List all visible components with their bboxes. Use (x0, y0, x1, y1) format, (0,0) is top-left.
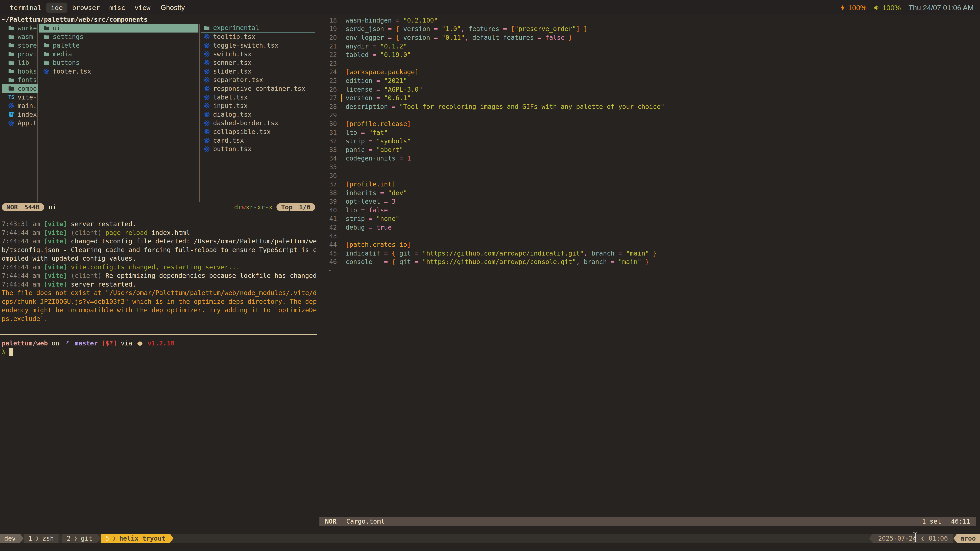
dir-item-ui[interactable]: ui (39, 24, 199, 33)
tmux-window-helix-tryout[interactable]: 5❯helix tryout (100, 534, 170, 543)
shell-input-line[interactable]: λ (2, 348, 13, 356)
code-line-28[interactable]: 28description = "Tool for recoloring ima… (319, 102, 664, 111)
file-item-slider.tsx[interactable]: slider.tsx (201, 67, 315, 76)
code-line-32[interactable]: 32strip = "symbols" (319, 137, 664, 145)
code-line-23[interactable]: 23 (319, 59, 664, 68)
file-item-switch.tsx[interactable]: switch.tsx (201, 50, 315, 59)
shell-prompt[interactable]: palettum/web on master [$?] via v1.2.18 (2, 339, 175, 348)
code-line-43[interactable]: 43 (319, 232, 664, 240)
item-label: settings (53, 33, 84, 40)
line-number: 31 (319, 129, 337, 136)
dir-item-lib[interactable]: lib (2, 58, 38, 67)
file-item-vite-[interactable]: TSvite- (2, 93, 38, 102)
dir-item-palette[interactable]: palette (39, 41, 199, 50)
file-item-index[interactable]: 3index (2, 110, 38, 119)
folder-icon (8, 25, 14, 31)
folder-icon (43, 25, 49, 31)
react-icon (43, 68, 49, 75)
code-line-46[interactable]: 46console = { git = "https://github.com/… (319, 258, 664, 266)
dir-item-provi[interactable]: provi (2, 50, 38, 59)
battery-indicator[interactable]: 100% (839, 4, 867, 12)
file-item-button.tsx[interactable]: button.tsx (201, 144, 315, 153)
code-line-35[interactable]: 35 (319, 163, 664, 171)
file-item-input.tsx[interactable]: input.tsx (201, 102, 315, 110)
file-item-card.tsx[interactable]: card.tsx (201, 136, 315, 145)
file-item-separator.tsx[interactable]: separator.tsx (201, 76, 315, 84)
terminal-cursor (9, 348, 13, 356)
dir-item-hooks[interactable]: hooks (2, 67, 38, 76)
file-item-toggle-switch.tsx[interactable]: toggle-switch.tsx (201, 41, 315, 50)
dir-item-wasm[interactable]: wasm (2, 33, 38, 41)
code-line-25[interactable]: 25edition = "2021" (319, 76, 664, 85)
folder-icon (8, 85, 14, 92)
item-label: experimental (213, 24, 259, 32)
menu-item-view[interactable]: view (130, 3, 155, 13)
log-line: endency might be incompatible with the d… (2, 306, 317, 314)
file-item-collapsible.tsx[interactable]: collapsible.tsx (201, 127, 315, 136)
pane-border-vertical[interactable] (317, 15, 317, 330)
file-item-main.[interactable]: main. (2, 102, 38, 110)
code-line-18[interactable]: 18wasm-bindgen = "0.2.100" (319, 16, 664, 25)
editor-pane[interactable]: 18wasm-bindgen = "0.2.100"19serde_json =… (319, 16, 664, 275)
code-line-42[interactable]: 42debug = true (319, 223, 664, 232)
code-line-37[interactable]: 37[profile.int] (319, 180, 664, 189)
code-line-33[interactable]: 33panic = "abort" (319, 145, 664, 154)
dir-item-experimental[interactable]: experimental (201, 24, 315, 33)
pane-border-horizontal[interactable] (0, 217, 317, 217)
volume-indicator[interactable]: 100% (873, 4, 901, 12)
code-line-36[interactable]: 36 (319, 171, 664, 180)
code-line-19[interactable]: 19serde_json = { version = "1.0", featur… (319, 25, 664, 33)
tmux-window-zsh[interactable]: 1❯zsh (24, 534, 59, 543)
code-line-44[interactable]: 44[patch.crates-io] (319, 240, 664, 249)
code-line-41[interactable]: 41strip = "none" (319, 214, 664, 223)
code-line-45[interactable]: 45indicatif = { git = "https://github.co… (319, 249, 664, 258)
code-line-39[interactable]: 39opt-level = 3 (319, 197, 664, 206)
file-item-App.t[interactable]: App.t (2, 119, 38, 127)
clock[interactable]: Thu 24/07 01:06 AM (908, 4, 974, 12)
yazi-scroll-position: Top (281, 203, 293, 211)
tmux-window-git[interactable]: 2❯git (62, 534, 97, 543)
code-line-29[interactable]: 29 (319, 111, 664, 120)
menu-item-misc[interactable]: misc (105, 3, 130, 13)
prompt-text: on (48, 340, 63, 347)
app-name[interactable]: Ghostty (161, 4, 185, 12)
dir-item-fonts[interactable]: fonts (2, 76, 38, 84)
menu-item-terminal[interactable]: terminal (5, 3, 46, 13)
pane-border-horizontal-active[interactable] (0, 334, 317, 335)
code-line-31[interactable]: 31lto = "fat" (319, 128, 664, 137)
code-line-34[interactable]: 34codegen-units = 1 (319, 154, 664, 163)
dir-item-buttons[interactable]: buttons (39, 58, 199, 67)
code-line-22[interactable]: 22tabled = "0.19.0" (319, 50, 664, 59)
dir-item-store[interactable]: store (2, 41, 38, 50)
folder-icon (43, 42, 49, 48)
item-label: buttons (53, 59, 80, 66)
file-item-dialog.tsx[interactable]: dialog.tsx (201, 110, 315, 119)
file-item-tooltip.tsx[interactable]: tooltip.tsx (201, 33, 315, 41)
code-line-27[interactable]: 27version = "0.6.1" (319, 94, 664, 102)
file-item-dashed-border.tsx[interactable]: dashed-border.tsx (201, 119, 315, 127)
file-item-responsive-container.tsx[interactable]: responsive-container.tsx (201, 84, 315, 93)
code-line-24[interactable]: 24[workspace.package] (319, 68, 664, 76)
code-line-40[interactable]: 40lto = false (319, 206, 664, 214)
tmux-session-name[interactable]: dev (0, 534, 20, 543)
dir-item-settings[interactable]: settings (39, 33, 199, 41)
pane-border-vertical-active[interactable] (317, 330, 317, 534)
tmux-status-bar: dev 1❯zsh2❯git5❯helix tryout 2025-07-24 … (0, 534, 980, 543)
menu-item-browser[interactable]: browser (67, 3, 105, 13)
code-line-20[interactable]: 20env_logger = { version = "0.11", defau… (319, 33, 664, 42)
react-icon (204, 77, 210, 83)
code-line-26[interactable]: 26license = "AGPL-3.0" (319, 85, 664, 94)
code-line-21[interactable]: 21anydir = "0.1.2" (319, 42, 664, 51)
code-line-30[interactable]: 30[profile.release] (319, 119, 664, 128)
line-number: 37 (319, 181, 337, 188)
file-item-sonner.tsx[interactable]: sonner.tsx (201, 58, 315, 67)
dir-item-worke[interactable]: worke (2, 24, 38, 33)
dir-item-media[interactable]: media (39, 50, 199, 59)
terminal-log[interactable]: 7:43:31 am [vite] server restarted.7:44:… (2, 220, 317, 323)
menu-item-ide[interactable]: ide (46, 3, 67, 13)
code-line-38[interactable]: 38inherits = "dev" (319, 189, 664, 197)
folder-icon (8, 42, 14, 48)
file-item-footer.tsx[interactable]: footer.tsx (39, 67, 199, 76)
dir-item-compo[interactable]: compo (2, 84, 38, 93)
file-item-label.tsx[interactable]: label.tsx (201, 93, 315, 102)
